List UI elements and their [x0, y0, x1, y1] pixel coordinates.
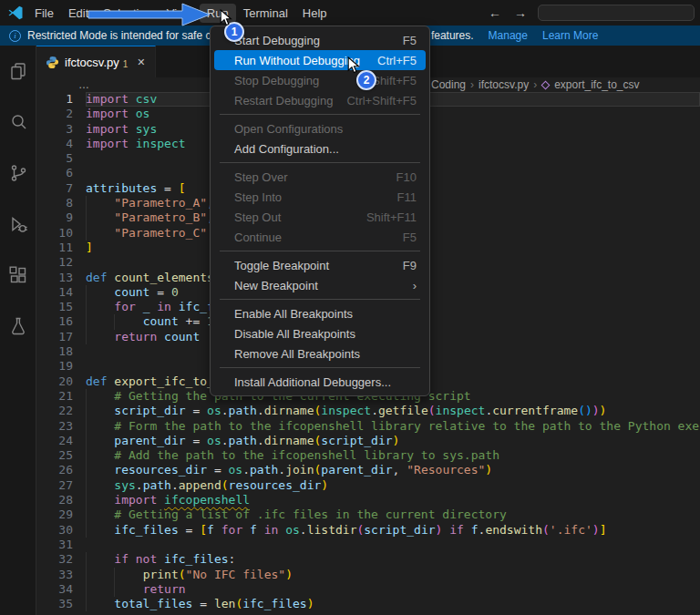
- line-number[interactable]: 9: [36, 210, 73, 225]
- line-number[interactable]: 32: [36, 552, 73, 567]
- tab-problems-badge: 1: [123, 59, 129, 69]
- code-line[interactable]: 34 return: [36, 582, 700, 597]
- line-number[interactable]: 28: [36, 493, 73, 507]
- run-menu-item-start-debugging[interactable]: Start DebuggingF5: [214, 30, 426, 50]
- submenu-chevron-icon: ›: [413, 279, 417, 292]
- mouse-cursor-icon: [347, 56, 360, 75]
- line-number[interactable]: 34: [36, 582, 73, 597]
- code-line[interactable]: 30 ifc_files = [f for f in os.listdir(sc…: [36, 523, 700, 538]
- menu-help[interactable]: Help: [295, 4, 335, 23]
- code-line[interactable]: 32 if not ifc_files:: [36, 552, 700, 567]
- menu-terminal[interactable]: Terminal: [236, 4, 295, 23]
- testing-flask-icon[interactable]: [0, 301, 36, 352]
- code-line[interactable]: 29 # Getting a list of .ifc files in the…: [36, 507, 700, 522]
- run-debug-icon[interactable]: [0, 199, 36, 250]
- code-line[interactable]: 25 # Add the path to the ifcopenshell li…: [36, 448, 700, 463]
- line-number[interactable]: 8: [36, 196, 73, 210]
- line-number[interactable]: 24: [36, 434, 73, 448]
- code-line[interactable]: 26 resources_dir = os.path.join(parent_d…: [36, 463, 700, 477]
- line-number[interactable]: 5: [36, 151, 73, 166]
- run-menu-item-step-over: Step OverF10: [214, 167, 426, 187]
- menu-separator: [220, 162, 420, 163]
- chevron-right-icon: ›: [533, 78, 537, 91]
- code-line[interactable]: 28 import ifcopenshell: [36, 493, 700, 507]
- breadcrumb-ellipsis[interactable]: …: [78, 78, 89, 91]
- menu-separator: [220, 251, 420, 251]
- code-line[interactable]: 33 print("No IFC files"): [36, 568, 700, 582]
- code-line[interactable]: 27 sys.path.append(resources_dir): [36, 478, 700, 493]
- line-number[interactable]: 31: [36, 538, 73, 552]
- line-number[interactable]: 35: [36, 597, 73, 611]
- line-number[interactable]: 21: [36, 389, 73, 404]
- line-number[interactable]: 3: [36, 122, 73, 137]
- line-number[interactable]: 20: [36, 374, 73, 389]
- close-icon[interactable]: ✕: [137, 56, 145, 68]
- line-number[interactable]: 11: [36, 241, 73, 255]
- line-number[interactable]: 22: [36, 404, 73, 418]
- breadcrumb-folder[interactable]: Coding: [431, 78, 466, 91]
- run-menu-item-run-without-debugging[interactable]: Run Without DebuggingCtrl+F5: [214, 50, 426, 70]
- tab-ifctocsv-py[interactable]: ifctocsv.py 1 ✕: [36, 46, 156, 77]
- run-menu: Start DebuggingF5Run Without DebuggingCt…: [210, 26, 430, 396]
- line-number[interactable]: 4: [36, 137, 73, 151]
- source-control-icon[interactable]: [0, 148, 36, 199]
- line-number[interactable]: 27: [36, 478, 73, 493]
- run-menu-item-continue: ContinueF5: [214, 227, 426, 247]
- code-line[interactable]: 24 parent_dir = os.path.dirname(script_d…: [36, 434, 700, 448]
- menu-file[interactable]: File: [27, 4, 61, 23]
- banner-link-manage[interactable]: Manage: [489, 29, 528, 42]
- tab-label: ifctocsv.py: [65, 56, 119, 69]
- line-number[interactable]: 14: [36, 285, 73, 300]
- menu-separator: [220, 367, 420, 368]
- line-number[interactable]: 18: [36, 344, 73, 359]
- banner-links: ManageLearn More: [489, 29, 599, 42]
- run-menu-item-remove-all-breakpoints[interactable]: Remove All Breakpoints: [214, 343, 426, 364]
- line-number[interactable]: 16: [36, 314, 73, 329]
- line-number[interactable]: 19: [36, 359, 73, 374]
- run-menu-item-new-breakpoint[interactable]: New Breakpoint›: [214, 275, 426, 295]
- run-menu-item-restart-debugging: Restart DebuggingCtrl+Shift+F5: [214, 90, 426, 110]
- line-number[interactable]: 26: [36, 463, 73, 477]
- line-number[interactable]: 15: [36, 300, 73, 314]
- menu-separator: [220, 114, 420, 115]
- explorer-icon[interactable]: [0, 46, 36, 97]
- run-menu-item-stop-debugging: Stop DebuggingShift+F5: [214, 70, 426, 90]
- run-menu-item-install-additional-debuggers[interactable]: Install Additional Debuggers...: [214, 372, 426, 392]
- run-menu-item-disable-all-breakpoints[interactable]: Disable All Breakpoints: [214, 323, 426, 343]
- line-number[interactable]: 7: [36, 181, 73, 196]
- line-number[interactable]: 10: [36, 226, 73, 241]
- code-line[interactable]: 35 total_files = len(ifc_files): [36, 597, 700, 611]
- run-menu-item-step-out: Step OutShift+F11: [214, 207, 426, 227]
- line-number[interactable]: 25: [36, 448, 73, 463]
- line-number[interactable]: 33: [36, 568, 73, 582]
- run-menu-item-enable-all-breakpoints[interactable]: Enable All Breakpoints: [214, 303, 426, 323]
- run-menu-item-toggle-breakpoint[interactable]: Toggle BreakpointF9: [214, 255, 426, 275]
- breadcrumb-symbol[interactable]: export_ifc_to_csv: [554, 78, 639, 91]
- line-number[interactable]: 2: [36, 107, 73, 121]
- extensions-icon[interactable]: [0, 250, 36, 301]
- line-number[interactable]: 1: [36, 92, 73, 107]
- menu-separator: [220, 299, 420, 300]
- history-forward-icon[interactable]: →: [512, 5, 529, 20]
- line-number[interactable]: 6: [36, 166, 73, 180]
- code-line[interactable]: 23 # Form the path to the ifcopenshell l…: [36, 419, 700, 434]
- command-center-search[interactable]: [538, 5, 695, 21]
- history-back-icon[interactable]: ←: [487, 5, 503, 20]
- symbol-method-icon: [541, 80, 551, 89]
- run-menu-item-add-configuration[interactable]: Add Configuration...: [214, 138, 426, 159]
- mouse-cursor-icon: [220, 9, 232, 27]
- breadcrumb-file[interactable]: ifctocsv.py: [479, 78, 529, 91]
- annotation-arrow: [86, 1, 215, 28]
- line-number[interactable]: 23: [36, 419, 73, 434]
- vscode-logo-icon: [7, 5, 24, 21]
- code-line[interactable]: 22 script_dir = os.path.dirname(inspect.…: [36, 404, 700, 418]
- line-number[interactable]: 30: [36, 523, 73, 538]
- code-line[interactable]: 31: [36, 538, 700, 552]
- line-number[interactable]: 17: [36, 330, 73, 344]
- line-number[interactable]: 29: [36, 507, 73, 522]
- search-icon[interactable]: [0, 97, 36, 148]
- line-number[interactable]: 12: [36, 255, 73, 270]
- line-number[interactable]: 13: [36, 271, 73, 285]
- banner-link-learn-more[interactable]: Learn More: [542, 29, 598, 42]
- run-menu-item-open-configurations: Open Configurations: [214, 118, 426, 138]
